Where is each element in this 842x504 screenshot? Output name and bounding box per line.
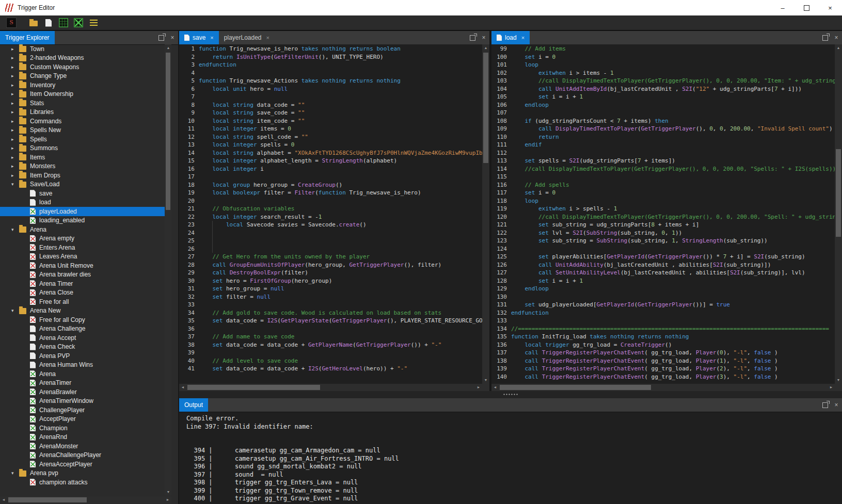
tree-item[interactable]: Arena brawler dies <box>0 270 171 280</box>
code-line[interactable]: // Add level to save code <box>199 357 482 365</box>
close-panel-icon[interactable]: × <box>831 398 842 412</box>
tree-item[interactable]: loading_enabled <box>0 216 171 225</box>
code-line[interactable]: set sub_string = udg_stringParts[8 + ite… <box>511 221 835 229</box>
scrollbar-thumb[interactable] <box>836 149 841 237</box>
code-line[interactable] <box>199 237 482 245</box>
tree-item[interactable]: ▸Item Ownership <box>0 90 171 99</box>
tree-item[interactable]: ▸Inventory <box>0 80 171 90</box>
undock-icon[interactable] <box>819 31 831 44</box>
code-line[interactable]: set lvl = S2I(SubString(sub_string, 0, 1… <box>511 229 835 237</box>
code-line[interactable]: exitwhen i > items - 1 <box>511 69 835 77</box>
code-column[interactable]: function Trig_newsave_is_hero takes noth… <box>199 45 482 373</box>
code-line[interactable]: // Get Hero from the units owned by the … <box>199 253 482 261</box>
tree-item[interactable]: Arena <box>0 369 171 379</box>
tree-item[interactable]: ▸Monsters <box>0 162 171 171</box>
tree-item[interactable]: Free for all <box>0 297 171 306</box>
code-line[interactable]: // Add items <box>511 45 835 53</box>
scrollbar-thumb[interactable] <box>500 385 651 390</box>
code-line[interactable] <box>511 149 835 157</box>
code-line[interactable]: local string save_code = "" <box>199 109 482 117</box>
code-line[interactable] <box>511 317 835 325</box>
code-line[interactable]: set data_code = data_code + I2S(GetHeroL… <box>199 365 482 373</box>
expand-arrow-icon[interactable]: ▸ <box>11 101 19 106</box>
expand-arrow-icon[interactable]: ▸ <box>11 119 19 124</box>
tree-item[interactable]: Arena Challenge <box>0 324 171 334</box>
code-line[interactable]: // Add gold to save code. Wood is calcul… <box>199 309 482 317</box>
code-line[interactable]: exitwhen i > spells - 1 <box>511 205 835 213</box>
new-file-button[interactable] <box>42 16 55 29</box>
code-line[interactable]: if (udg_stringPartsCount < 7 + items) th… <box>511 117 835 125</box>
tree-item[interactable]: ▸Spells <box>0 135 171 144</box>
trigger-explorer-tab[interactable]: Trigger Explorer <box>0 31 55 44</box>
scroll-down-icon[interactable]: ▼ <box>482 377 489 384</box>
jass-tool-button[interactable]: S <box>5 16 18 29</box>
tree-item[interactable]: ArenaTimerWindow <box>0 397 171 406</box>
close-button[interactable]: × <box>818 0 842 15</box>
tab-save[interactable]: save × <box>179 31 219 44</box>
code-line[interactable]: call UnitAddItemById(bj_lastCreatedUnit … <box>511 85 835 93</box>
expand-arrow-icon[interactable]: ▸ <box>11 173 19 178</box>
tree-item[interactable]: ▸Libraries <box>0 108 171 117</box>
code-line[interactable]: call SetUnitAbilityLevel(bj_lastCreatedU… <box>511 269 835 277</box>
code-line[interactable] <box>511 173 835 181</box>
expand-arrow-icon[interactable]: ▸ <box>11 73 19 78</box>
code-line[interactable]: set hero_group = null <box>199 285 482 293</box>
tree-item[interactable]: ▸Summons <box>0 144 171 153</box>
collapse-arrow-icon[interactable]: ▾ <box>11 227 19 232</box>
tree-item[interactable]: ▸2-handed Weapons <box>0 54 171 63</box>
tree-item[interactable]: Free for all Copy <box>0 315 171 324</box>
code-line[interactable]: local integer items = 0 <box>199 125 482 133</box>
close-panel-icon[interactable]: × <box>478 31 489 44</box>
code-line[interactable]: //call DisplayTimedTextToPlayer(GetTrigg… <box>511 213 835 221</box>
tree-item[interactable]: ArenaChallengePlayer <box>0 451 171 460</box>
code-line[interactable]: set sub_string = SubString(sub_string, 1… <box>511 237 835 245</box>
undock-icon[interactable] <box>819 398 831 412</box>
scroll-left-icon[interactable]: ◄ <box>491 384 499 391</box>
close-panel-icon[interactable]: × <box>167 31 178 44</box>
tree-item[interactable]: ArenaTimer <box>0 379 171 388</box>
scrollbar-thumb[interactable] <box>187 385 320 390</box>
code-line[interactable] <box>199 245 482 253</box>
list-view-button[interactable] <box>87 16 100 29</box>
expand-arrow-icon[interactable]: ▸ <box>11 109 19 115</box>
collapse-arrow-icon[interactable]: ▾ <box>11 470 19 476</box>
tree-item[interactable]: Arena Human Wins <box>0 361 171 370</box>
code-line[interactable]: endloop <box>511 285 835 293</box>
tab-load[interactable]: load × <box>491 31 530 44</box>
code-line[interactable]: local trigger gg_trg_load = CreateTrigge… <box>511 341 835 349</box>
tree-item[interactable]: Arena PVP <box>0 351 171 361</box>
tree-item[interactable]: champion attacks <box>0 478 171 487</box>
code-line[interactable]: set i = 0 <box>511 53 835 61</box>
code-line[interactable]: function InitTrig_load takes nothing ret… <box>511 333 835 341</box>
code-line[interactable]: set filter = null <box>199 293 482 301</box>
expand-arrow-icon[interactable]: ▸ <box>11 137 19 142</box>
tree-item[interactable]: ▸Item Drops <box>0 171 171 180</box>
code-line[interactable]: set udg_playerLoaded[GetPlayerId(GetTrig… <box>511 301 835 309</box>
code-line[interactable]: local integer alphabet_length = StringLe… <box>199 157 482 165</box>
code-line[interactable]: return <box>511 133 835 141</box>
tree-item[interactable]: Arena empty <box>0 234 171 243</box>
scrollbar-thumb[interactable] <box>166 53 170 210</box>
tree-item[interactable]: Arena Check <box>0 343 171 352</box>
tree-item[interactable]: ▸Town <box>0 44 171 54</box>
open-folder-button[interactable] <box>27 16 40 29</box>
code-line[interactable]: // Add spells <box>511 181 835 189</box>
scrollbar-track[interactable] <box>7 496 164 503</box>
tree-item[interactable]: load <box>0 198 171 207</box>
code-line[interactable]: loop <box>511 197 835 205</box>
scroll-left-icon[interactable]: ◄ <box>0 496 7 503</box>
code-line[interactable] <box>199 93 482 101</box>
code-line[interactable]: endloop <box>511 101 835 109</box>
code-line[interactable]: set spells = S2I(udg_stringParts[7 + ite… <box>511 157 835 165</box>
tree-item[interactable]: Arena Unit Remove <box>0 261 171 270</box>
code-line[interactable]: set playerAbilities[GetPlayerId(GetTrigg… <box>511 253 835 261</box>
code-line[interactable]: call UnitAddAbility(bj_lastCreatedUnit ,… <box>511 261 835 269</box>
code-line[interactable]: local boolexpr filter = Filter(function … <box>199 189 482 197</box>
code-line[interactable] <box>199 301 482 309</box>
code-line[interactable]: // Obfuscation variables <box>199 205 482 213</box>
expand-arrow-icon[interactable]: ▸ <box>11 55 19 60</box>
code-line[interactable] <box>199 229 482 237</box>
tree-item[interactable]: ▸Stats <box>0 99 171 108</box>
code-line[interactable]: local integer spells = 0 <box>199 141 482 149</box>
tree-item[interactable]: ▾Arena <box>0 225 171 234</box>
